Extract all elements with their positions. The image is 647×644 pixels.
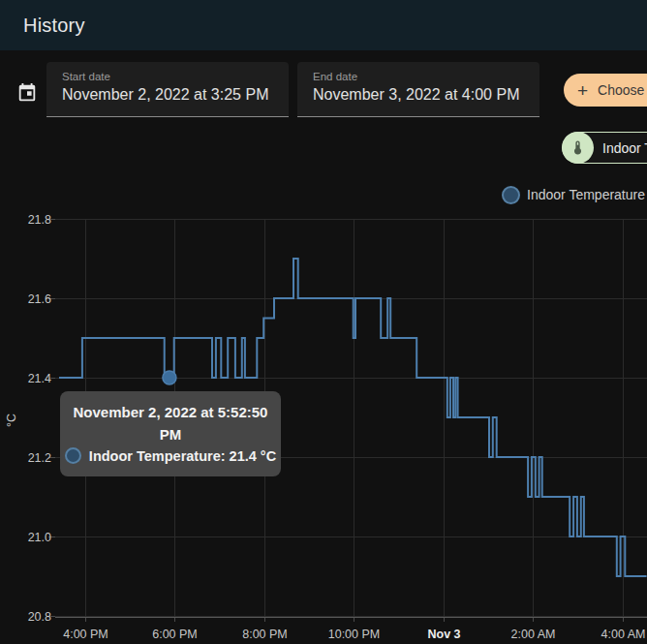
y-tick-label: 20.8 [28, 610, 51, 624]
y-tick-label: 21.6 [28, 292, 51, 306]
x-tick-label: 2:00 AM [511, 628, 556, 641]
tooltip-series-value: Indoor Temperature: 21.4 °C [89, 448, 276, 464]
hover-point-marker[interactable] [163, 371, 176, 384]
x-tick-label: 4:00 PM [63, 628, 108, 641]
tooltip-series-dot-icon [65, 447, 81, 464]
y-tick-label: 21.8 [28, 213, 51, 227]
x-tick-label: 4:00 AM [601, 628, 646, 641]
x-tick-label: Nov 3 [427, 628, 460, 641]
chart-tooltip: November 2, 2022 at 5:52:50 PM Indoor Te… [60, 391, 281, 476]
x-tick-label: 10:00 PM [328, 628, 381, 641]
history-chart[interactable]: 21.821.621.421.221.020.84:00 PM6:00 PM8:… [0, 0, 647, 644]
tooltip-title-line1: November 2, 2022 at 5:52:50 [74, 401, 268, 423]
history-page: { "header": { "title": "History" }, "too… [0, 0, 647, 644]
y-tick-label: 21.0 [28, 531, 51, 544]
y-tick-label: 21.4 [28, 372, 51, 385]
x-tick-label: 6:00 PM [152, 628, 198, 641]
tooltip-title-line2: PM [160, 423, 182, 445]
y-tick-label: 21.2 [28, 451, 51, 465]
tooltip-series-row: Indoor Temperature: 21.4 °C [65, 447, 276, 464]
x-tick-label: 8:00 PM [242, 628, 288, 641]
y-axis-unit-label: °C [5, 414, 18, 427]
